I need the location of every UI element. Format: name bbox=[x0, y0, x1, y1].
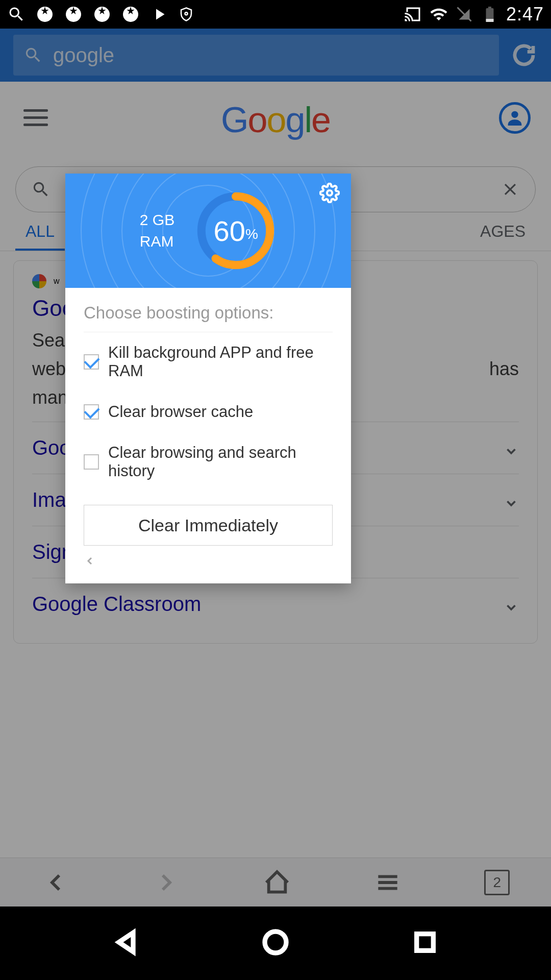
option-label: Kill background APP and free RAM bbox=[108, 344, 333, 380]
usage-percent-value: 60 bbox=[214, 214, 245, 248]
usage-gauge: 60 % bbox=[195, 190, 277, 272]
ram-label: 2 GB RAM bbox=[140, 209, 174, 252]
svg-point-9 bbox=[327, 190, 332, 195]
option-label: Clear browsing and search history bbox=[108, 444, 333, 480]
svg-point-7 bbox=[265, 932, 286, 953]
wifi-icon bbox=[430, 5, 448, 23]
option-row[interactable]: Clear browser cache bbox=[84, 391, 333, 432]
modal-header: 2 GB RAM 60 % bbox=[65, 174, 351, 288]
aperture-icon bbox=[36, 5, 54, 23]
no-sim-icon bbox=[455, 5, 473, 23]
android-nav-bar bbox=[0, 906, 551, 980]
chevron-left-icon[interactable] bbox=[84, 555, 99, 570]
svg-rect-8 bbox=[417, 934, 434, 951]
battery-icon bbox=[481, 5, 499, 23]
usage-percent-symbol: % bbox=[245, 226, 258, 242]
gear-icon[interactable] bbox=[319, 183, 340, 203]
checkbox-icon[interactable] bbox=[84, 454, 99, 470]
nav-home-button[interactable] bbox=[261, 928, 290, 959]
aperture-icon bbox=[64, 5, 83, 23]
option-label: Clear browser cache bbox=[108, 403, 253, 421]
play-icon bbox=[150, 5, 168, 23]
status-bar: 2:47 bbox=[0, 0, 551, 29]
search-icon bbox=[7, 5, 26, 23]
svg-rect-5 bbox=[486, 19, 493, 22]
aperture-icon bbox=[121, 5, 140, 23]
checkbox-icon[interactable] bbox=[84, 404, 99, 420]
nav-recent-button[interactable] bbox=[411, 928, 439, 959]
clear-button[interactable]: Clear Immediately bbox=[84, 505, 333, 546]
option-row[interactable]: Kill background APP and free RAM bbox=[84, 332, 333, 391]
booster-modal: 2 GB RAM 60 % Choose boosting options: bbox=[65, 174, 351, 583]
cast-icon bbox=[404, 5, 422, 23]
svg-point-4 bbox=[185, 12, 188, 15]
nav-back-button[interactable] bbox=[112, 928, 140, 959]
shield-icon bbox=[179, 7, 194, 22]
checkbox-icon[interactable] bbox=[84, 354, 99, 370]
aperture-icon bbox=[93, 5, 111, 23]
option-row[interactable]: Clear browsing and search history bbox=[84, 432, 333, 492]
modal-heading: Choose boosting options: bbox=[84, 303, 333, 323]
clock-text: 2:47 bbox=[506, 4, 544, 25]
